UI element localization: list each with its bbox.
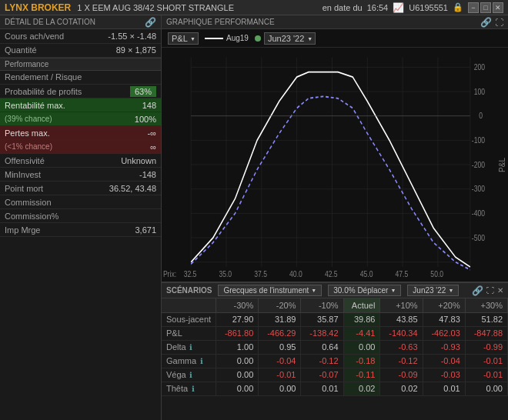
col-header-plus30: +30% — [465, 298, 507, 312]
point-mort-value: 36.52, 43.48 — [89, 182, 161, 195]
scenario-label-1: P&L — [162, 326, 216, 340]
account-id: U6195551 — [409, 3, 448, 12]
window-controls[interactable]: − □ ✕ — [468, 2, 503, 13]
scenario-cell-4-5: -0.03 — [423, 368, 465, 382]
grecques-button[interactable]: Grecques de l'instrument — [218, 285, 322, 296]
chart-controls[interactable]: 🔗 ⛶ — [480, 17, 503, 28]
scenario-label-3: Gamma ℹ — [162, 354, 216, 368]
scenario-row-4: Véga ℹ0.00-0.01-0.07-0.11-0.09-0.03-0.01 — [162, 368, 508, 382]
scenario-cell-0-0: 27.90 — [216, 312, 259, 326]
scenario-label-0: Sous-jacent — [162, 312, 216, 326]
left-panel: DÉTAIL DE LA COTATION 🔗 Cours ach/vend -… — [0, 15, 162, 420]
scenario-cell-5-5: 0.01 — [423, 382, 465, 395]
commission-row: Commission — [0, 195, 161, 209]
scenarios-tbody: Sous-jacent27.9031.8935.8739.8643.8547.8… — [162, 312, 508, 395]
lock-icon: 🔒 — [453, 2, 463, 12]
col-header-plus10: +10% — [380, 298, 423, 312]
quantite-label: Quantité — [0, 43, 89, 57]
col-header-minus30: -30% — [216, 298, 259, 312]
scenario-cell-3-3: -0.18 — [343, 354, 380, 368]
date-button[interactable]: Jun23 '22 — [407, 285, 459, 296]
deplacer-button[interactable]: 30.0% Déplacer — [328, 285, 401, 296]
chart-header-label: GRAPHIQUE PERFORMANCE — [166, 18, 275, 26]
info-icon-3[interactable]: ℹ — [198, 357, 203, 365]
pnl-axis-label: P&L — [498, 158, 506, 172]
scenario-cell-1-3: -4.41 — [343, 326, 380, 340]
minimize-button[interactable]: − — [468, 2, 479, 13]
bottom-expand-button[interactable]: ⛶ — [486, 286, 494, 295]
scenario-cell-5-0: 0.00 — [216, 382, 259, 395]
jun23-line — [191, 96, 470, 269]
chart-expand-icon[interactable]: ⛶ — [495, 18, 503, 27]
scenario-cell-0-6: 51.82 — [465, 312, 507, 326]
scenario-row-2: Delta ℹ1.000.950.640.00-0.63-0.93-0.99 — [162, 340, 508, 354]
scenario-cell-1-2: -138.42 — [301, 326, 343, 340]
scenarios-panel: SCÉNARIOS Grecques de l'instrument 30.0%… — [162, 282, 508, 420]
svg-text:200: 200 — [474, 62, 485, 72]
pertes-value1: -∞ — [89, 126, 161, 140]
logo: LYNX BROKER — [5, 2, 71, 13]
info-icon-4[interactable]: ℹ — [188, 371, 193, 379]
bottom-header-right: 🔗 ⛶ ✕ — [472, 285, 503, 296]
close-button[interactable]: ✕ — [493, 2, 503, 13]
chart-header: GRAPHIQUE PERFORMANCE 🔗 ⛶ — [162, 15, 508, 29]
scenario-cell-0-1: 31.89 — [259, 312, 301, 326]
pertes-pct-row: (<1% chance) ∞ — [0, 140, 161, 154]
pertes-label: Pertes max. — [0, 126, 89, 140]
svg-text:0: 0 — [479, 111, 483, 120]
solid-legend: Aug19 — [205, 34, 249, 42]
commission-pct-row: Commission% — [0, 209, 161, 223]
dot-icon — [255, 35, 261, 42]
col-header-minus20: -20% — [259, 298, 301, 312]
titlebar: LYNX BROKER 1 X EEM AUG 38/42 SHORT STRA… — [0, 0, 508, 15]
commission-label: Commission — [0, 195, 89, 209]
bottom-link-icon[interactable]: 🔗 — [472, 285, 483, 296]
info-icon-2[interactable]: ℹ — [188, 343, 193, 352]
rentabilite-label: Rentabilité max. — [0, 98, 89, 112]
maximize-button[interactable]: □ — [480, 2, 491, 13]
pertes-pct-label: (<1% chance) — [0, 140, 89, 154]
svg-text:35.0: 35.0 — [219, 269, 232, 278]
scenarios-header-row: -30% -20% -10% Actuel +10% +20% +30% — [162, 298, 508, 312]
scenario-row-0: Sous-jacent27.9031.8935.8739.8643.8547.8… — [162, 312, 508, 326]
pertes-max-row: Pertes max. -∞ — [0, 126, 161, 140]
scenario-cell-0-5: 47.83 — [423, 312, 465, 326]
svg-text:Prix:: Prix: — [163, 269, 176, 278]
quantite-row: Quantité 89 × 1,875 — [0, 43, 161, 57]
performance-section-header: Performance — [0, 58, 161, 71]
performance-table: Rendement / Risque Probabilité de profit… — [0, 71, 161, 238]
point-mort-label: Point mort — [0, 182, 89, 195]
commission-value — [89, 195, 161, 209]
bottom-close-button[interactable]: ✕ — [497, 286, 503, 295]
info-icon-5[interactable]: ℹ — [189, 385, 195, 393]
scenarios-header: SCÉNARIOS Grecques de l'instrument 30.0%… — [162, 283, 508, 298]
dot-dropdown[interactable]: Jun23 '22 — [264, 32, 316, 45]
imp-mrge-row: Imp Mrge 3,671 — [0, 223, 161, 237]
col-header-minus10: -10% — [301, 298, 343, 312]
svg-text:-300: -300 — [472, 184, 485, 193]
scenario-cell-5-3: 0.02 — [343, 382, 380, 395]
scenario-cell-4-3: -0.11 — [343, 368, 380, 382]
rentabilite-pct-row: (39% chance) 100% — [0, 112, 161, 126]
scenario-cell-2-1: 0.95 — [259, 340, 301, 354]
mininvest-value: -148 — [89, 168, 161, 182]
link-icon[interactable]: 🔗 — [145, 17, 156, 28]
solid-label: Aug19 — [226, 34, 249, 42]
col-header-actual: Actuel — [343, 298, 380, 312]
commission-pct-value — [89, 209, 161, 223]
quantite-value: 89 × 1,875 — [89, 43, 161, 57]
offensivite-label: Offensivité — [0, 154, 89, 168]
scenario-cell-5-4: 0.02 — [380, 382, 423, 395]
chart-link-icon[interactable]: 🔗 — [480, 17, 492, 28]
svg-text:-400: -400 — [472, 208, 485, 218]
scenario-cell-5-6: 0.00 — [465, 382, 507, 395]
rentabilite-pct-label: (39% chance) — [0, 112, 89, 126]
scenarios-table-container: -30% -20% -10% Actuel +10% +20% +30% Sou… — [162, 298, 508, 420]
scenario-cell-1-6: -847.88 — [465, 326, 507, 340]
scenarios-data-table: -30% -20% -10% Actuel +10% +20% +30% Sou… — [162, 298, 508, 396]
pl-dropdown[interactable]: P&L — [168, 32, 199, 45]
scenario-cell-3-2: -0.12 — [301, 354, 343, 368]
rentabilite-max-row: Rentabilité max. 148 — [0, 98, 161, 112]
detail-header-label: DÉTAIL DE LA COTATION — [5, 18, 95, 26]
point-mort-row: Point mort 36.52, 43.48 — [0, 182, 161, 195]
